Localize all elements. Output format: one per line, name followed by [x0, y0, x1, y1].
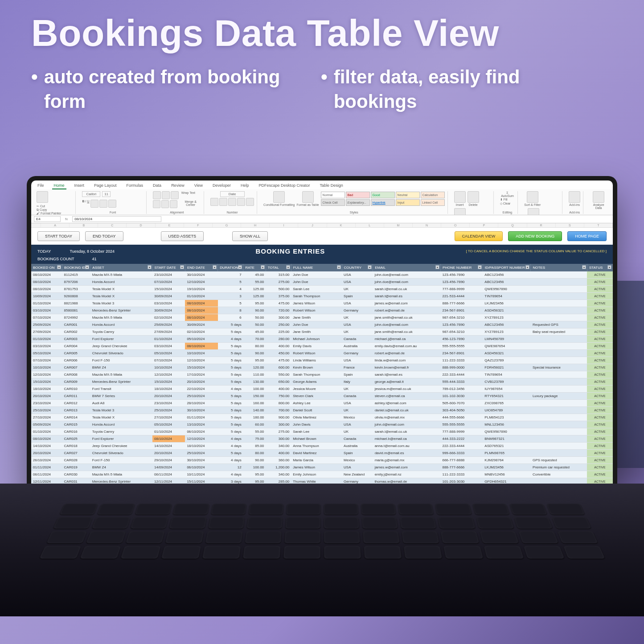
table-cell[interactable]: CAR005	[62, 350, 90, 357]
table-cell[interactable]: MNBV12456	[483, 471, 531, 478]
table-cell[interactable]: Robert Wilson	[291, 350, 342, 357]
table-cell[interactable]: Toyota Camry	[90, 428, 152, 435]
table-cell[interactable]: 22/10/2024	[185, 386, 217, 393]
table-cell[interactable]: 01/10/2024	[31, 428, 62, 435]
column-letter[interactable]: C	[98, 223, 127, 227]
filter-dropdown-icon[interactable]: ▾	[180, 265, 184, 269]
table-cell[interactable]: 12/10/2024	[185, 435, 217, 443]
table-cell[interactable]: 05/10/2024	[152, 421, 185, 428]
column-header[interactable]: PHONE NUMBER▾	[440, 264, 483, 271]
table-cell[interactable]: 221-533-4444	[440, 293, 483, 300]
table-cell[interactable]: ACTIVE	[587, 279, 612, 286]
column-letter[interactable]: B	[70, 223, 98, 227]
table-cell[interactable]: ACTIVE	[587, 378, 612, 386]
table-cell[interactable]: 4 days	[218, 386, 243, 393]
table-cell[interactable]: ASD765321	[483, 443, 531, 450]
style-explanatory[interactable]: Explanatory...	[346, 199, 370, 206]
table-cell[interactable]: 01/11/2024	[31, 464, 62, 471]
table-cell[interactable]: 5 days	[218, 357, 243, 364]
table-cell[interactable]: john.d@email.com	[373, 421, 441, 428]
table-cell[interactable]: sarah.t@email.es	[373, 371, 441, 378]
table-cell[interactable]: Mercedes-Benz Sprinter	[90, 378, 152, 386]
table-cell[interactable]: Mexico	[342, 457, 373, 464]
table-cell[interactable]: Spain	[342, 450, 373, 457]
table-cell[interactable]: Jane Smith	[291, 328, 342, 336]
table-cell[interactable]	[531, 343, 587, 350]
table-cell[interactable]: TIN789654	[483, 293, 531, 300]
column-header[interactable]: TOTAL▾	[266, 264, 291, 271]
table-cell[interactable]: michael.j@email.ca	[373, 336, 441, 343]
column-letter[interactable]	[31, 223, 41, 227]
table-cell[interactable]: 3	[218, 293, 243, 300]
table-row[interactable]: 27/09/2024CAR002Toyota Camry27/09/202402…	[31, 328, 613, 336]
table-cell[interactable]: Australia	[342, 443, 373, 450]
table-cell[interactable]: USA	[342, 464, 373, 471]
column-header[interactable]: FULL NAME▾	[291, 264, 342, 271]
column-letter[interactable]: Q	[498, 223, 527, 227]
table-cell[interactable]: sarah.l@email.co.uk	[373, 286, 441, 293]
table-cell[interactable]: 5 days	[218, 343, 243, 350]
table-row[interactable]: 03/10/2024CAR004Jeep Grand Cherokee03/10…	[31, 343, 613, 350]
table-cell[interactable]: John Doe	[291, 279, 342, 286]
table-cell[interactable]: UK	[342, 328, 373, 336]
table-cell[interactable]: 360.00	[266, 457, 291, 464]
align-mid-icon[interactable]	[162, 191, 170, 199]
table-cell[interactable]: 70.00	[243, 336, 266, 343]
style-calculation[interactable]: Calculation	[421, 192, 445, 198]
table-cell[interactable]: 700.00	[266, 407, 291, 414]
table-cell[interactable]: 95.00	[243, 300, 266, 307]
table-cell[interactable]: 10/10/2024	[152, 364, 185, 371]
table-cell[interactable]: 01/10/2024	[152, 428, 185, 435]
table-cell[interactable]: ACTIVE	[587, 435, 612, 443]
table-cell[interactable]: 5 days	[218, 407, 243, 414]
table-cell[interactable]: maria.g@email.mx	[373, 457, 441, 464]
table-cell[interactable]	[531, 428, 587, 435]
addins-icon[interactable]	[569, 191, 580, 203]
table-cell[interactable]: ABC123456	[483, 321, 531, 328]
table-cell[interactable]: CAR016	[62, 428, 90, 435]
table-cell[interactable]: 06/10/2024	[185, 464, 217, 471]
table-cell[interactable]: 23/10/2024	[31, 400, 62, 407]
table-cell[interactable]: RTY654321	[483, 393, 531, 400]
table-cell[interactable]: 10/10/2024	[185, 350, 217, 357]
table-cell[interactable]	[531, 378, 587, 386]
table-cell[interactable]: 5	[218, 279, 243, 286]
table-cell[interactable]: PLMN98765	[483, 450, 531, 457]
table-cell[interactable]: 27/10/2024	[31, 414, 62, 421]
table-row[interactable]: 05/09/2024CAR015Honda Accord05/10/202413…	[31, 421, 613, 428]
table-cell[interactable]: CAR018	[62, 443, 90, 450]
ribbon-tab-insert[interactable]: Insert	[73, 182, 86, 189]
column-header[interactable]: STATUS▾	[587, 264, 612, 271]
table-cell[interactable]: 06/11/2024	[31, 471, 62, 478]
table-row[interactable]: 07/10/2024CAR006Ford F-15007/10/202412/1…	[31, 357, 613, 364]
table-cell[interactable]: 234-567-8901	[440, 307, 483, 314]
table-cell[interactable]: 15/10/2024	[31, 378, 62, 386]
column-letter[interactable]: K	[327, 223, 356, 227]
table-cell[interactable]: 500.00	[266, 286, 291, 293]
table-cell[interactable]: 130.00	[243, 378, 266, 386]
table-row[interactable]: 27/10/2024CAR014Tesla Model X27/10/20240…	[31, 414, 613, 421]
table-cell[interactable]: 08/10/2024	[185, 300, 217, 307]
format-table-icon[interactable]	[302, 191, 314, 203]
table-cell[interactable]: ACTIVE	[587, 314, 612, 321]
formula-input[interactable]: 08/10/2024	[72, 216, 161, 222]
table-cell[interactable]	[531, 450, 587, 457]
table-cell[interactable]: Robert Wilson	[291, 307, 342, 314]
table-cell[interactable]: 12/10/2024	[185, 279, 217, 286]
table-cell[interactable]: ACTIVE	[587, 307, 612, 314]
table-row[interactable]: 18/10/2024CAR010Ford Transit18/10/202422…	[31, 386, 613, 393]
table-cell[interactable]: 4	[218, 286, 243, 293]
table-cell[interactable]: CAR008	[62, 371, 90, 378]
table-row[interactable]: 07/10/20248724992Mazda MX-5 Miata02/10/2…	[31, 314, 613, 321]
table-cell[interactable]: 5 days	[218, 421, 243, 428]
table-cell[interactable]: USA	[342, 357, 373, 364]
table-cell[interactable]: 01/10/2024	[31, 336, 62, 343]
table-cell[interactable]: 120.00	[243, 364, 266, 371]
table-cell[interactable]: CAR028	[62, 457, 90, 464]
table-row[interactable]: 12/10/2024CAR008Mazda MX-5 Miata12/10/20…	[31, 371, 613, 378]
add-new-booking-button[interactable]: ADD NEW BOOKING	[508, 231, 562, 241]
table-cell[interactable]: james.w@email.com	[373, 464, 441, 471]
table-cell[interactable]: 05/10/2024	[185, 336, 217, 343]
table-cell[interactable]: 340.00	[266, 443, 291, 450]
table-cell[interactable]: 987-654-3210	[440, 314, 483, 321]
